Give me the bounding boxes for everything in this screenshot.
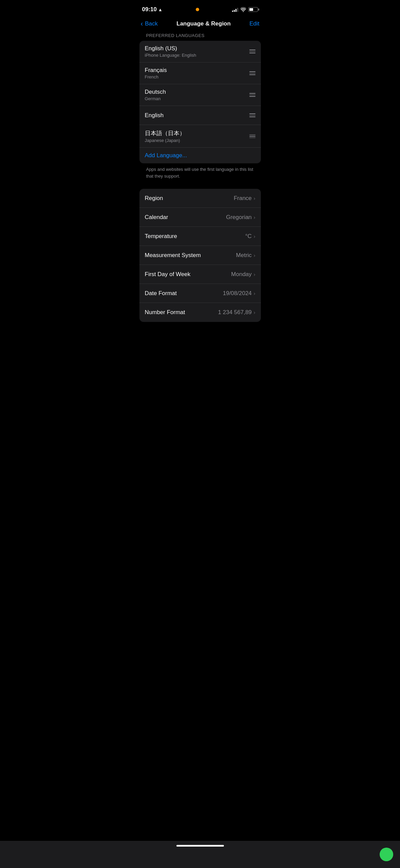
calendar-item[interactable]: Calendar Gregorian › bbox=[139, 208, 261, 227]
status-bar: 09:10 ▲ bbox=[134, 0, 266, 17]
chevron-right-icon: › bbox=[254, 215, 255, 220]
chevron-right-icon: › bbox=[254, 253, 255, 258]
drag-handle-icon[interactable] bbox=[245, 112, 255, 119]
chevron-right-icon: › bbox=[254, 291, 255, 296]
language-name: English bbox=[145, 112, 245, 119]
languages-description: Apps and websites will use the first lan… bbox=[134, 163, 266, 186]
language-name: Français bbox=[145, 67, 245, 74]
edit-button[interactable]: Edit bbox=[249, 20, 259, 27]
signal-bars-icon bbox=[232, 7, 238, 12]
first-day-of-week-item[interactable]: First Day of Week Monday › bbox=[139, 265, 261, 284]
language-subtitle: iPhone Language: English bbox=[145, 53, 245, 58]
language-item-japanese[interactable]: 日本語（日本） Japanese (Japan) bbox=[139, 125, 261, 148]
number-format-value: 1 234 567,89 bbox=[218, 309, 252, 316]
back-label: Back bbox=[145, 20, 158, 27]
add-language-button[interactable]: Add Language... bbox=[139, 148, 261, 163]
back-chevron-icon: ‹ bbox=[141, 20, 143, 28]
region-settings-group: Region France › Calendar Gregorian › Tem… bbox=[139, 189, 261, 322]
measurement-system-item[interactable]: Measurement System Metric › bbox=[139, 246, 261, 265]
status-center bbox=[196, 8, 199, 11]
page-title: Language & Region bbox=[176, 20, 231, 27]
calendar-value: Gregorian bbox=[226, 214, 252, 221]
orange-indicator-dot bbox=[196, 8, 199, 11]
first-day-label: First Day of Week bbox=[145, 271, 231, 278]
language-item-english-us[interactable]: English (US) iPhone Language: English bbox=[139, 41, 261, 62]
temperature-item[interactable]: Temperature °C › bbox=[139, 227, 261, 246]
temperature-label: Temperature bbox=[145, 233, 245, 240]
language-name: English (US) bbox=[145, 45, 245, 52]
region-item[interactable]: Region France › bbox=[139, 189, 261, 208]
language-item-english[interactable]: English bbox=[139, 106, 261, 125]
measurement-value: Metric bbox=[236, 252, 252, 259]
language-item-deutsch[interactable]: Deutsch German bbox=[139, 84, 261, 106]
drag-handle-icon[interactable] bbox=[245, 48, 255, 55]
back-button[interactable]: ‹ Back bbox=[141, 20, 158, 28]
language-subtitle: Japanese (Japan) bbox=[145, 138, 245, 143]
drag-handle-icon[interactable] bbox=[245, 133, 255, 140]
language-subtitle: French bbox=[145, 74, 245, 79]
battery-icon bbox=[248, 7, 258, 12]
status-right bbox=[232, 7, 258, 12]
date-format-item[interactable]: Date Format 19/08/2024 › bbox=[139, 284, 261, 303]
navigation-bar: ‹ Back Language & Region Edit bbox=[134, 17, 266, 33]
preferred-languages-label: PREFERRED LANGUAGES bbox=[134, 33, 266, 41]
language-item-francais[interactable]: Français French bbox=[139, 62, 261, 84]
number-format-label: Number Format bbox=[145, 309, 218, 316]
calendar-label: Calendar bbox=[145, 214, 226, 221]
time-display: 09:10 bbox=[142, 6, 157, 13]
region-value: France bbox=[234, 195, 252, 202]
location-arrow-icon: ▲ bbox=[158, 7, 163, 12]
wifi-icon bbox=[240, 7, 246, 12]
chevron-right-icon: › bbox=[254, 310, 255, 315]
drag-handle-icon[interactable] bbox=[245, 70, 255, 76]
language-name: Deutsch bbox=[145, 89, 245, 95]
status-time: 09:10 ▲ bbox=[142, 6, 163, 13]
language-subtitle: German bbox=[145, 96, 245, 101]
language-name: 日本語（日本） bbox=[145, 129, 245, 137]
temperature-value: °C bbox=[245, 233, 252, 240]
number-format-item[interactable]: Number Format 1 234 567,89 › bbox=[139, 303, 261, 322]
chevron-right-icon: › bbox=[254, 234, 255, 239]
chevron-right-icon: › bbox=[254, 196, 255, 201]
region-label: Region bbox=[145, 195, 234, 202]
measurement-label: Measurement System bbox=[145, 252, 236, 259]
first-day-value: Monday bbox=[231, 271, 251, 278]
date-format-value: 19/08/2024 bbox=[223, 290, 252, 297]
chevron-right-icon: › bbox=[254, 272, 255, 277]
preferred-languages-group: English (US) iPhone Language: English Fr… bbox=[139, 41, 261, 163]
date-format-label: Date Format bbox=[145, 290, 223, 297]
drag-handle-icon[interactable] bbox=[245, 92, 255, 98]
